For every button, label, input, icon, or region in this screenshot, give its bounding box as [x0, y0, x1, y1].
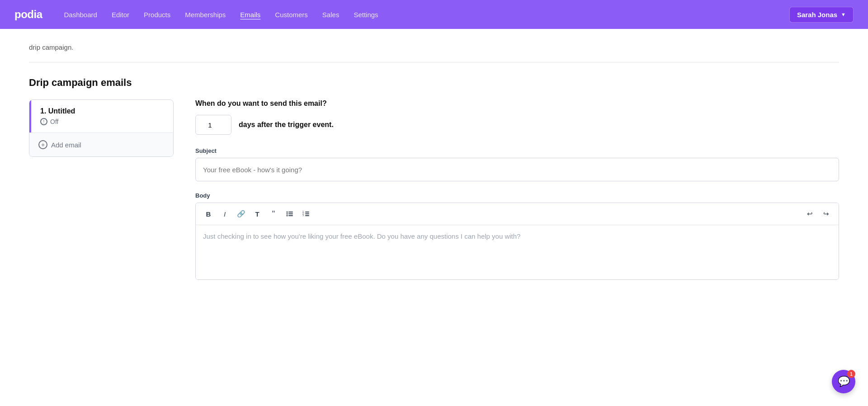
- drip-intro-text: drip campaign.: [29, 43, 839, 51]
- body-editor: B I 🔗 T ": [195, 203, 839, 280]
- link-button[interactable]: 🔗: [234, 207, 248, 221]
- nav-links: Dashboard Editor Products Memberships Em…: [64, 11, 789, 19]
- svg-rect-11: [305, 215, 309, 216]
- email-list: 1. Untitled ! Off + Add email: [29, 99, 174, 157]
- user-name: Sarah Jonas: [797, 11, 837, 19]
- body-content[interactable]: Just checking in to see how you're likin…: [196, 225, 839, 279]
- navbar: podia Dashboard Editor Products Membersh…: [0, 0, 868, 29]
- nav-memberships[interactable]: Memberships: [185, 11, 226, 19]
- nav-customers[interactable]: Customers: [275, 11, 308, 19]
- left-panel: 1. Untitled ! Off + Add email: [29, 99, 174, 157]
- status-label: Off: [50, 118, 58, 125]
- editor-toolbar: B I 🔗 T ": [196, 203, 839, 225]
- svg-point-0: [287, 212, 288, 213]
- subject-input[interactable]: [195, 158, 839, 181]
- status-icon: !: [40, 118, 47, 125]
- text-format-button[interactable]: T: [250, 207, 264, 221]
- body-section: Body B I 🔗 T ": [195, 192, 839, 280]
- add-circle-icon: +: [38, 140, 47, 149]
- svg-rect-1: [288, 212, 293, 212]
- bold-button[interactable]: B: [201, 207, 216, 221]
- redo-button[interactable]: ↪: [819, 207, 833, 221]
- email-list-item[interactable]: 1. Untitled ! Off: [29, 100, 173, 132]
- nav-emails[interactable]: Emails: [240, 11, 260, 19]
- svg-text:3.: 3.: [302, 214, 304, 217]
- unordered-list-button[interactable]: [283, 207, 297, 221]
- italic-button[interactable]: I: [217, 207, 232, 221]
- subject-section: Subject: [195, 147, 839, 181]
- email-item-status: ! Off: [40, 118, 164, 125]
- add-email-button[interactable]: + Add email: [29, 132, 173, 156]
- ordered-list-button[interactable]: 1. 2. 3.: [299, 207, 313, 221]
- svg-rect-9: [305, 213, 309, 214]
- page-content: drip campaign. Drip campaign emails 1. U…: [0, 29, 868, 294]
- nav-settings[interactable]: Settings: [354, 11, 378, 19]
- svg-point-4: [287, 215, 288, 217]
- subject-label: Subject: [195, 147, 839, 154]
- section-divider: [29, 62, 839, 62]
- svg-rect-3: [288, 213, 293, 214]
- nav-products[interactable]: Products: [144, 11, 170, 19]
- nav-dashboard[interactable]: Dashboard: [64, 11, 97, 19]
- nav-sales[interactable]: Sales: [322, 11, 340, 19]
- body-label: Body: [195, 192, 839, 199]
- user-menu[interactable]: Sarah Jonas ▼: [789, 7, 854, 23]
- main-layout: 1. Untitled ! Off + Add email When do yo…: [29, 99, 839, 280]
- right-panel: When do you want to send this email? day…: [195, 99, 839, 280]
- section-title: Drip campaign emails: [29, 77, 839, 89]
- quote-button[interactable]: ": [266, 207, 281, 221]
- chevron-down-icon: ▼: [841, 12, 846, 17]
- days-row: days after the trigger event.: [195, 115, 839, 135]
- email-item-title: 1. Untitled: [40, 107, 164, 115]
- toolbar-right: ↩ ↪: [802, 207, 833, 221]
- days-input[interactable]: [195, 115, 231, 135]
- days-after-label: days after the trigger event.: [239, 121, 334, 129]
- svg-rect-7: [305, 212, 309, 212]
- svg-rect-5: [288, 215, 293, 216]
- add-email-label: Add email: [51, 141, 81, 149]
- nav-editor[interactable]: Editor: [112, 11, 129, 19]
- logo[interactable]: podia: [14, 8, 42, 21]
- svg-point-2: [287, 213, 288, 215]
- when-send-question: When do you want to send this email?: [195, 99, 839, 108]
- undo-button[interactable]: ↩: [802, 207, 817, 221]
